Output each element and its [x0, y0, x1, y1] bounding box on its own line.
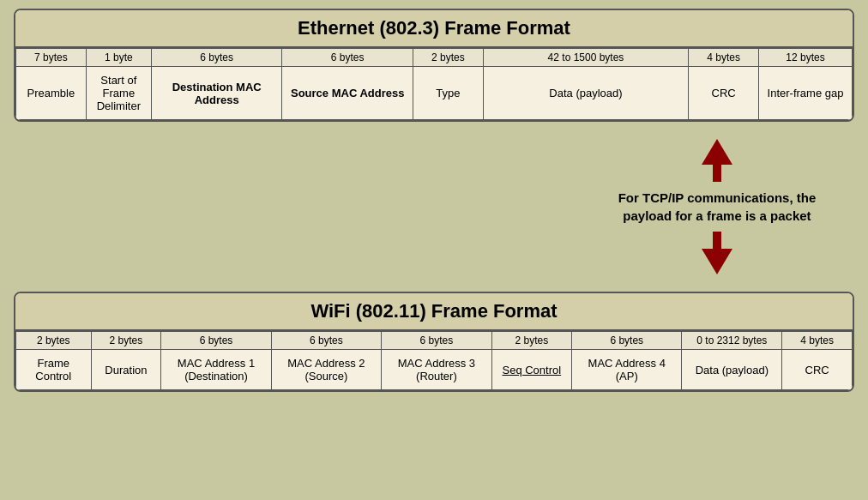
eth-label-6: CRC	[689, 67, 759, 120]
ethernet-label-row: Preamble Start of Frame Delimiter Destin…	[16, 67, 853, 120]
ethernet-frame-box: Ethernet (802.3) Frame Format 7 bytes 1 …	[14, 9, 854, 122]
eth-label-2: Destination MAC Address	[151, 67, 282, 120]
wifi-size-8: 4 bytes	[782, 332, 853, 350]
eth-size-4: 2 bytes	[413, 49, 483, 67]
eth-size-6: 4 bytes	[689, 49, 759, 67]
wifi-size-0: 2 bytes	[16, 332, 92, 350]
wifi-label-5: Seq Control	[491, 350, 571, 390]
ethernet-table: 7 bytes 1 byte 6 bytes 6 bytes 2 bytes 4…	[15, 48, 853, 120]
eth-size-1: 1 byte	[86, 49, 151, 67]
arrow-text: For TCP/IP communications, the payload f…	[597, 189, 837, 225]
arrow-stem-down	[713, 232, 721, 249]
wifi-label-6: MAC Address 4 (AP)	[572, 350, 682, 390]
ethernet-size-row: 7 bytes 1 byte 6 bytes 6 bytes 2 bytes 4…	[16, 49, 853, 67]
arrow-stem-up	[713, 165, 721, 182]
wifi-label-4: MAC Address 3 (Router)	[382, 350, 491, 390]
eth-size-0: 7 bytes	[16, 49, 87, 67]
wifi-size-3: 6 bytes	[271, 332, 381, 350]
wifi-label-1: Duration	[91, 350, 161, 390]
wifi-size-2: 6 bytes	[161, 332, 271, 350]
eth-label-5: Data (payload)	[483, 67, 689, 120]
wifi-frame-box: WiFi (802.11) Frame Format 2 bytes 2 byt…	[14, 292, 854, 392]
eth-label-3: Source MAC Address	[282, 67, 413, 120]
wifi-size-7: 0 to 2312 bytes	[682, 332, 782, 350]
wifi-label-3: MAC Address 2 (Source)	[271, 350, 381, 390]
arrow-text-block: For TCP/IP communications, the payload f…	[597, 139, 837, 274]
seq-control-text: Seq Control	[502, 364, 561, 377]
wifi-size-6: 6 bytes	[572, 332, 682, 350]
wifi-table: 2 bytes 2 bytes 6 bytes 6 bytes 6 bytes …	[15, 331, 853, 390]
eth-size-2: 6 bytes	[151, 49, 282, 67]
wifi-size-4: 6 bytes	[382, 332, 491, 350]
wifi-label-2: MAC Address 1 (Destination)	[161, 350, 271, 390]
eth-label-7: Inter-frame gap	[759, 67, 853, 120]
eth-label-1: Start of Frame Delimiter	[86, 67, 151, 120]
eth-size-7: 12 bytes	[759, 49, 853, 67]
eth-label-4: Type	[413, 67, 483, 120]
eth-size-3: 6 bytes	[282, 49, 413, 67]
up-arrow-icon	[702, 139, 732, 165]
wifi-label-0: Frame Control	[16, 350, 92, 390]
eth-size-5: 42 to 1500 bytes	[483, 49, 689, 67]
eth-label-0: Preamble	[16, 67, 87, 120]
wifi-label-8: CRC	[782, 350, 853, 390]
wifi-size-row: 2 bytes 2 bytes 6 bytes 6 bytes 6 bytes …	[16, 332, 853, 350]
middle-section: For TCP/IP communications, the payload f…	[14, 130, 854, 283]
wifi-size-1: 2 bytes	[91, 332, 161, 350]
down-arrow-icon	[702, 249, 732, 274]
wifi-size-5: 2 bytes	[491, 332, 571, 350]
wifi-label-7: Data (payload)	[682, 350, 782, 390]
wifi-label-row: Frame Control Duration MAC Address 1 (De…	[16, 350, 853, 390]
ethernet-title: Ethernet (802.3) Frame Format	[15, 10, 853, 48]
wifi-title: WiFi (802.11) Frame Format	[15, 293, 853, 331]
